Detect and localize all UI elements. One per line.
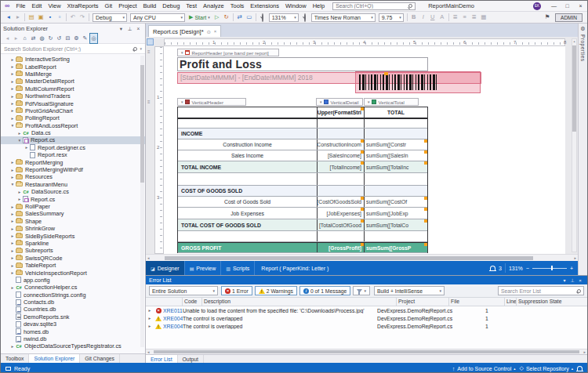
row-label-cell[interactable] — [178, 173, 317, 185]
align-right-icon[interactable]: ≣ — [470, 12, 479, 23]
column-header-suppression-state[interactable]: Suppression State — [517, 298, 587, 306]
pending-changes-icon[interactable]: ◍ — [38, 34, 46, 43]
notifications-icon[interactable] — [490, 266, 495, 270]
expander-icon[interactable]: ▸ — [146, 308, 154, 313]
bold-icon[interactable]: B — [409, 12, 419, 23]
menu-file[interactable]: File — [13, 1, 28, 11]
tree-item-pollingreport[interactable]: ▸PollingReport — [1, 114, 145, 121]
menu-view[interactable]: View — [45, 1, 64, 11]
report-design-surface[interactable]: 12345678 123 ≡ ≡ ▼ ReportHeader [one ban… — [146, 37, 578, 254]
zoom-out-icon[interactable] — [258, 11, 267, 24]
zoom-minus-button[interactable]: − — [526, 266, 529, 271]
messages-filter-button[interactable]: i 0 of 1 Message — [299, 286, 350, 295]
font-select[interactable]: Times New Roman▾ — [311, 13, 376, 22]
tree-item-contacts-db[interactable]: Contacts.db — [1, 299, 145, 306]
tree-item-interactivesorting[interactable]: ▸InteractiveSorting — [1, 56, 145, 63]
tree-item-resources[interactable]: ▸Resources — [1, 173, 145, 180]
tree-item-profitandlossreport[interactable]: ▾ProfitAndLossReport — [1, 122, 145, 129]
error-row-3[interactable]: ▸XRE004The control is overlappedDevExpre… — [146, 322, 587, 330]
error-hscroll-thumb[interactable] — [154, 350, 579, 353]
avatar[interactable]: EK — [533, 2, 541, 10]
menu-test[interactable]: Test — [183, 1, 200, 11]
row-label-cell[interactable]: INCOME — [178, 129, 317, 139]
zoom-slider[interactable] — [532, 268, 567, 269]
tree-item-tablereport[interactable]: ▸TableReport — [1, 262, 145, 269]
menu-build[interactable]: Build — [140, 1, 160, 11]
expander-icon[interactable]: ▸ — [146, 324, 154, 328]
row-detail-cell[interactable] — [317, 231, 364, 241]
report-row-sales-income[interactable]: Sales Income[SalesIncome]sumSum([SalesIn — [178, 150, 427, 161]
tree-item-swissqrcode[interactable]: ▸SwissQRCode — [1, 255, 145, 262]
admin-button[interactable]: ADMIN — [555, 13, 583, 22]
preview-selected-icon[interactable]: ◎ — [89, 33, 98, 44]
expander-icon[interactable]: ▸ — [9, 248, 16, 253]
vertical-total-band-tab[interactable]: ▼ VerticalTotal — [364, 98, 419, 106]
band-grip-icon[interactable]: ≡ — [147, 49, 151, 54]
designer-vscroll-thumb[interactable] — [572, 45, 576, 132]
open-folder-icon[interactable]: ▣ — [36, 12, 45, 23]
menu-window[interactable]: Window — [282, 1, 310, 11]
tree-item-masterdetailreport[interactable]: ▸MasterDetailReport — [1, 78, 145, 85]
row-label-cell[interactable]: Job Expenses — [178, 208, 317, 219]
row-total-cell[interactable] — [364, 129, 427, 139]
tree-item-app-config[interactable]: app.config — [1, 277, 145, 284]
start-button[interactable]: ▶ Start ▾ — [187, 14, 212, 20]
menu-tools[interactable]: Tools — [227, 1, 248, 11]
report-title-label[interactable]: Profit and Loss — [177, 57, 428, 71]
expander-icon[interactable]: ▸ — [9, 64, 16, 69]
designer-vertical-scrollbar[interactable]: ▴ — [572, 38, 577, 252]
close-panel-icon[interactable]: × — [576, 278, 584, 283]
tree-item-nwind-db[interactable]: nwind.db — [1, 335, 145, 342]
error-list-scrollbar[interactable]: ◂ ▸ — [146, 349, 587, 354]
tree-item-report-cs[interactable]: ▾Report.cs — [1, 136, 145, 143]
error-row-1[interactable]: ▸×XRE011Unable to load the content from … — [146, 306, 587, 314]
scroll-right-icon[interactable]: ▸ — [574, 255, 576, 261]
tree-item-homes-db[interactable]: homes.db — [1, 328, 145, 335]
row-label-cell[interactable]: GROSS PROFIT — [178, 243, 317, 252]
bottom-tab-error-list[interactable]: Error List — [146, 355, 178, 363]
expander-icon[interactable]: ▸ — [9, 57, 16, 62]
new-file-icon[interactable]: ▤ — [27, 12, 36, 23]
expander-icon[interactable]: ▸ — [9, 71, 16, 76]
expander-icon[interactable]: ▸ — [9, 175, 16, 179]
zoom-slider-thumb[interactable] — [551, 266, 554, 270]
collapse-all-icon[interactable]: ⊟ — [64, 34, 72, 43]
underline-icon[interactable]: U — [428, 12, 437, 23]
error-code-link[interactable]: XRE004 — [163, 324, 183, 329]
solution-search-input[interactable]: Search Solution Explorer (Ctrl+;) ▾ — [1, 44, 145, 54]
align-center-icon[interactable]: ≡ — [460, 12, 470, 23]
row-label-cell[interactable]: TOTAL INCOME — [178, 161, 317, 172]
zoom-plus-button[interactable]: + — [570, 266, 573, 271]
row-total-cell[interactable] — [364, 186, 427, 196]
expander-icon[interactable]: ▸ — [9, 116, 16, 121]
tree-item-multicolumnreport[interactable]: ▸MultiColumnReport — [1, 85, 145, 92]
column-header-line[interactable]: Line — [505, 298, 517, 306]
fore-color-icon[interactable]: A — [437, 12, 447, 23]
tree-item-sidebysidereports[interactable]: ▸SideBySideReports — [1, 232, 145, 239]
build-filter-select[interactable]: Build + IntelliSense▾ — [374, 286, 445, 295]
tree-item-sparkline[interactable]: ▸Sparkline — [1, 240, 145, 247]
expander-icon[interactable]: ▾ — [16, 138, 23, 143]
row-total-cell[interactable]: sumSum([TotalCo — [364, 219, 427, 230]
forward-icon[interactable]: ▸ — [13, 12, 23, 23]
font-size-select[interactable]: 9.75▾ — [379, 13, 404, 22]
tree-item-objectdatasourcetypesregistrator-cs[interactable]: ▸ObjectDataSourceTypesRegistrator.cs — [1, 342, 145, 349]
zoom-in-icon[interactable] — [300, 11, 310, 24]
tree-scrollbar-thumb[interactable] — [140, 65, 144, 183]
column-header-description[interactable]: Description — [202, 298, 397, 306]
properties-autohide-tab[interactable]: ⚙ Properties — [578, 24, 587, 275]
sync-icon[interactable]: ↺ — [55, 34, 64, 43]
live-share-icon[interactable]: ⇄ — [235, 12, 245, 23]
tree-item-pdfvisualsignature[interactable]: ▸PdfVisualSignature — [1, 100, 145, 107]
align-left-icon[interactable]: ≣ — [451, 12, 460, 23]
save-all-icon[interactable]: ▫ — [55, 12, 64, 23]
menu-project[interactable]: Project — [115, 1, 140, 11]
designer-horizontal-scrollbar[interactable]: ◂ ▸ — [146, 254, 578, 261]
italic-icon[interactable]: I — [419, 12, 428, 23]
scope-select[interactable]: Entire Solution▾ — [149, 286, 218, 295]
select-report-icon[interactable] — [147, 38, 154, 45]
menu-help[interactable]: Help — [310, 1, 328, 11]
back-icon[interactable]: ◂ — [4, 12, 13, 23]
tree-item-report-cs[interactable]: ▸Report.cs — [1, 195, 145, 202]
row-label-cell[interactable]: COST OF GOODS SOLD — [178, 186, 317, 196]
